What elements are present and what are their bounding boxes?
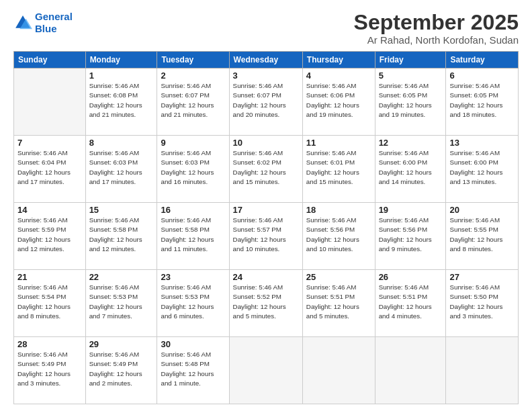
day-info: Sunrise: 5:46 AMSunset: 6:05 PMDaylight:… <box>449 81 515 120</box>
day-number: 27 <box>449 272 515 282</box>
day-info: Sunrise: 5:46 AMSunset: 5:54 PMDaylight:… <box>17 283 82 321</box>
calendar-header-row: SundayMondayTuesdayWednesdayThursdayFrid… <box>14 52 519 68</box>
header: General Blue September 2025 Ar Rahad, No… <box>13 11 519 46</box>
calendar-cell <box>446 337 519 404</box>
day-info: Sunrise: 5:46 AMSunset: 5:56 PMDaylight:… <box>379 216 443 254</box>
logo: General Blue <box>13 11 73 35</box>
page: General Blue September 2025 Ar Rahad, No… <box>0 0 532 411</box>
day-number: 22 <box>89 272 154 282</box>
calendar-day-header: Wednesday <box>229 52 302 68</box>
day-number: 26 <box>379 272 443 282</box>
main-title: September 2025 <box>354 11 519 34</box>
day-number: 24 <box>233 272 299 282</box>
calendar-day-header: Tuesday <box>157 52 229 68</box>
day-number: 4 <box>306 71 371 81</box>
calendar-day-header: Saturday <box>446 52 519 68</box>
day-number: 11 <box>306 138 371 148</box>
day-info: Sunrise: 5:46 AMSunset: 6:02 PMDaylight:… <box>233 148 299 187</box>
day-info: Sunrise: 5:46 AMSunset: 6:06 PMDaylight:… <box>306 81 371 120</box>
calendar-week-row: 28Sunrise: 5:46 AMSunset: 5:49 PMDayligh… <box>14 337 519 404</box>
day-info: Sunrise: 5:46 AMSunset: 6:00 PMDaylight:… <box>449 148 515 187</box>
calendar-cell: 27Sunrise: 5:46 AMSunset: 5:50 PMDayligh… <box>446 270 519 337</box>
calendar-cell: 2Sunrise: 5:46 AMSunset: 6:07 PMDaylight… <box>157 68 229 136</box>
day-info: Sunrise: 5:46 AMSunset: 6:08 PMDaylight:… <box>89 81 154 120</box>
day-info: Sunrise: 5:46 AMSunset: 5:58 PMDaylight:… <box>89 216 154 254</box>
logo-icon <box>13 13 32 32</box>
calendar-day-header: Thursday <box>302 52 375 68</box>
day-info: Sunrise: 5:46 AMSunset: 5:53 PMDaylight:… <box>89 283 154 321</box>
calendar-cell <box>229 337 302 404</box>
calendar-cell: 13Sunrise: 5:46 AMSunset: 6:00 PMDayligh… <box>446 136 519 203</box>
day-info: Sunrise: 5:46 AMSunset: 6:05 PMDaylight:… <box>379 81 443 120</box>
logo-line2: Blue <box>35 23 57 34</box>
logo-line1: General <box>35 11 73 22</box>
day-number: 2 <box>161 71 225 81</box>
day-number: 3 <box>233 71 299 81</box>
day-number: 8 <box>89 138 154 148</box>
day-number: 5 <box>379 71 443 81</box>
day-number: 20 <box>449 205 515 215</box>
calendar-week-row: 1Sunrise: 5:46 AMSunset: 6:08 PMDaylight… <box>14 68 519 136</box>
day-number: 18 <box>306 205 371 215</box>
calendar-table: SundayMondayTuesdayWednesdayThursdayFrid… <box>13 51 519 404</box>
day-info: Sunrise: 5:46 AMSunset: 5:57 PMDaylight:… <box>233 216 299 254</box>
day-info: Sunrise: 5:46 AMSunset: 5:56 PMDaylight:… <box>306 216 371 254</box>
calendar-cell: 20Sunrise: 5:46 AMSunset: 5:55 PMDayligh… <box>446 203 519 270</box>
calendar-week-row: 7Sunrise: 5:46 AMSunset: 6:04 PMDaylight… <box>14 136 519 203</box>
calendar-cell: 16Sunrise: 5:46 AMSunset: 5:58 PMDayligh… <box>157 203 229 270</box>
day-info: Sunrise: 5:46 AMSunset: 5:53 PMDaylight:… <box>161 283 225 321</box>
day-info: Sunrise: 5:46 AMSunset: 5:49 PMDaylight:… <box>89 350 154 388</box>
day-number: 9 <box>161 138 225 148</box>
day-info: Sunrise: 5:46 AMSunset: 6:00 PMDaylight:… <box>379 148 443 187</box>
calendar-cell: 10Sunrise: 5:46 AMSunset: 6:02 PMDayligh… <box>229 136 302 203</box>
day-number: 19 <box>379 205 443 215</box>
day-info: Sunrise: 5:46 AMSunset: 6:07 PMDaylight:… <box>233 81 299 120</box>
calendar-day-header: Friday <box>375 52 446 68</box>
day-info: Sunrise: 5:46 AMSunset: 6:01 PMDaylight:… <box>306 148 371 187</box>
day-number: 29 <box>89 339 154 349</box>
day-info: Sunrise: 5:46 AMSunset: 5:48 PMDaylight:… <box>161 350 225 388</box>
calendar-cell: 30Sunrise: 5:46 AMSunset: 5:48 PMDayligh… <box>157 337 229 404</box>
day-number: 15 <box>89 205 154 215</box>
calendar-cell: 23Sunrise: 5:46 AMSunset: 5:53 PMDayligh… <box>157 270 229 337</box>
calendar-cell: 24Sunrise: 5:46 AMSunset: 5:52 PMDayligh… <box>229 270 302 337</box>
day-info: Sunrise: 5:46 AMSunset: 5:55 PMDaylight:… <box>449 216 515 254</box>
calendar-cell: 1Sunrise: 5:46 AMSunset: 6:08 PMDaylight… <box>85 68 157 136</box>
day-info: Sunrise: 5:46 AMSunset: 5:59 PMDaylight:… <box>17 216 82 254</box>
day-info: Sunrise: 5:46 AMSunset: 5:51 PMDaylight:… <box>379 283 443 321</box>
day-info: Sunrise: 5:46 AMSunset: 5:58 PMDaylight:… <box>161 216 225 254</box>
calendar-cell: 22Sunrise: 5:46 AMSunset: 5:53 PMDayligh… <box>85 270 157 337</box>
calendar-cell: 29Sunrise: 5:46 AMSunset: 5:49 PMDayligh… <box>85 337 157 404</box>
calendar-cell: 4Sunrise: 5:46 AMSunset: 6:06 PMDaylight… <box>302 68 375 136</box>
day-number: 14 <box>17 205 82 215</box>
calendar-cell: 19Sunrise: 5:46 AMSunset: 5:56 PMDayligh… <box>375 203 446 270</box>
day-info: Sunrise: 5:46 AMSunset: 5:49 PMDaylight:… <box>17 350 82 388</box>
calendar-cell: 7Sunrise: 5:46 AMSunset: 6:04 PMDaylight… <box>14 136 86 203</box>
day-info: Sunrise: 5:46 AMSunset: 5:51 PMDaylight:… <box>306 283 371 321</box>
calendar-cell: 15Sunrise: 5:46 AMSunset: 5:58 PMDayligh… <box>85 203 157 270</box>
calendar-cell: 5Sunrise: 5:46 AMSunset: 6:05 PMDaylight… <box>375 68 446 136</box>
calendar-cell: 8Sunrise: 5:46 AMSunset: 6:03 PMDaylight… <box>85 136 157 203</box>
day-number: 30 <box>161 339 225 349</box>
day-number: 21 <box>17 272 82 282</box>
day-number: 28 <box>17 339 82 349</box>
day-info: Sunrise: 5:46 AMSunset: 6:04 PMDaylight:… <box>17 148 82 187</box>
calendar-cell <box>375 337 446 404</box>
day-number: 17 <box>233 205 299 215</box>
calendar-cell <box>302 337 375 404</box>
calendar-cell: 18Sunrise: 5:46 AMSunset: 5:56 PMDayligh… <box>302 203 375 270</box>
day-number: 12 <box>379 138 443 148</box>
day-info: Sunrise: 5:46 AMSunset: 5:50 PMDaylight:… <box>449 283 515 321</box>
day-info: Sunrise: 5:46 AMSunset: 6:07 PMDaylight:… <box>161 81 225 120</box>
calendar-day-header: Monday <box>85 52 157 68</box>
day-number: 6 <box>449 71 515 81</box>
day-info: Sunrise: 5:46 AMSunset: 6:03 PMDaylight:… <box>161 148 225 187</box>
calendar-cell: 3Sunrise: 5:46 AMSunset: 6:07 PMDaylight… <box>229 68 302 136</box>
calendar-cell: 25Sunrise: 5:46 AMSunset: 5:51 PMDayligh… <box>302 270 375 337</box>
day-number: 10 <box>233 138 299 148</box>
day-number: 13 <box>449 138 515 148</box>
calendar-cell: 26Sunrise: 5:46 AMSunset: 5:51 PMDayligh… <box>375 270 446 337</box>
day-number: 16 <box>161 205 225 215</box>
calendar-cell: 9Sunrise: 5:46 AMSunset: 6:03 PMDaylight… <box>157 136 229 203</box>
subtitle: Ar Rahad, North Kordofan, Sudan <box>354 34 519 46</box>
